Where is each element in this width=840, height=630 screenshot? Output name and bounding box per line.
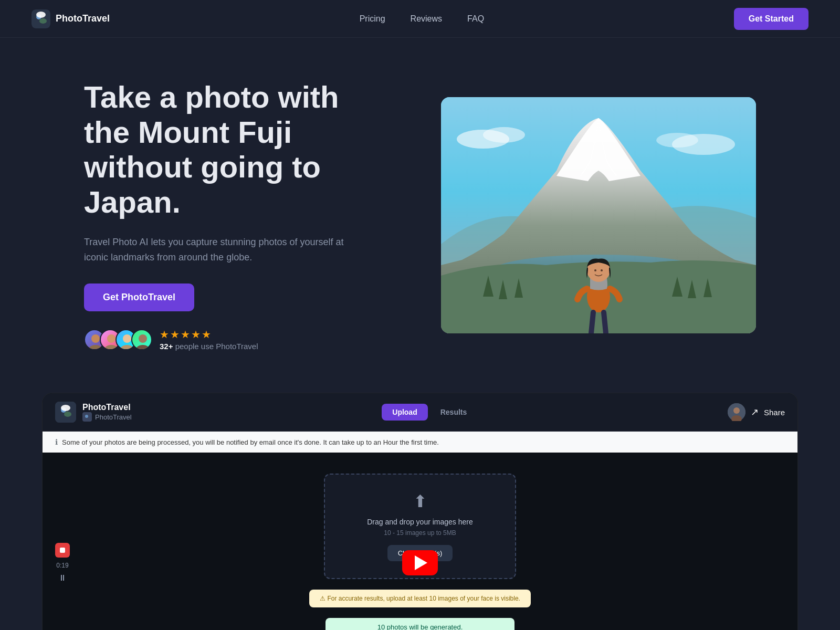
star-rating: ★★★★★ (160, 328, 258, 341)
nav-link-faq[interactable]: FAQ (467, 14, 484, 24)
youtube-play-overlay[interactable] (402, 550, 438, 575)
svg-point-7 (104, 345, 119, 350)
warning-text: ⚠ For accurate results, upload at least … (320, 595, 520, 602)
hero-cta-button[interactable]: Get PhotoTravel (84, 284, 194, 311)
app-preview-title: PhotoTravel (82, 403, 132, 412)
app-preview-section: PhotoTravel PhotoTravel Upload Resul (0, 393, 840, 630)
svg-point-24 (64, 412, 71, 417)
avatar-stack (84, 329, 152, 350)
nav-links: Pricing Reviews FAQ (360, 14, 484, 24)
svg-point-19 (483, 127, 525, 143)
upload-title: Drag and drop your images here (367, 518, 473, 526)
success-box: 10 photos will be generated. (326, 618, 514, 630)
proof-count: 32+ (160, 342, 173, 351)
social-proof: ★★★★★ 32+ people use PhotoTravel (84, 328, 357, 351)
svg-point-9 (120, 345, 134, 350)
navbar: PhotoTravel Pricing Reviews FAQ Get Star… (0, 0, 840, 38)
upload-subtitle: 10 - 15 images up to 5MB (367, 529, 473, 537)
tab-upload[interactable]: Upload (382, 404, 427, 421)
youtube-play-button[interactable] (402, 550, 438, 575)
app-tabs: Upload Results (382, 404, 477, 421)
share-avatar (728, 403, 746, 421)
svg-point-29 (733, 407, 740, 414)
warning-box: ⚠ For accurate results, upload at least … (309, 590, 531, 607)
svg-point-25 (61, 405, 70, 411)
tab-results[interactable]: Results (430, 404, 478, 421)
app-sub-icon (82, 412, 92, 422)
svg-point-8 (123, 334, 131, 343)
success-text: 10 photos will be generated. (377, 623, 463, 630)
app-preview-container: PhotoTravel PhotoTravel Upload Resul (42, 393, 798, 630)
hero-title: Take a photo with the Mount Fuji without… (84, 80, 357, 220)
play-triangle-icon (415, 555, 427, 570)
avatar (131, 329, 152, 350)
hero-right (441, 97, 756, 333)
app-preview-subtitle: PhotoTravel (95, 413, 132, 421)
svg-point-10 (139, 334, 147, 343)
svg-point-27 (85, 415, 88, 418)
svg-point-11 (135, 345, 150, 350)
stars-text: ★★★★★ 32+ people use PhotoTravel (160, 328, 258, 351)
share-label[interactable]: Share (764, 408, 785, 417)
nav-logo-icon (32, 9, 50, 28)
app-share-area: ↗ Share (728, 403, 785, 421)
notification-icon: ℹ (55, 438, 58, 446)
app-logo-icon (55, 402, 76, 423)
nav-link-reviews[interactable]: Reviews (411, 14, 442, 24)
svg-point-16 (594, 269, 596, 271)
app-notification-bar: ℹ Some of your photos are being processe… (43, 432, 797, 453)
timer-display: 0:19 (56, 562, 68, 569)
nav-cta-button[interactable]: Get Started (734, 8, 808, 30)
notification-text: Some of your photos are being processed,… (62, 438, 439, 446)
nav-logo[interactable]: PhotoTravel (32, 9, 110, 28)
hero-subtitle: Travel Photo AI lets you capture stunnin… (84, 235, 357, 265)
svg-point-5 (88, 345, 103, 350)
app-content: 0:19 ⏸ ⬆ Drag and drop your images here … (43, 453, 797, 630)
app-header: PhotoTravel PhotoTravel Upload Resul (43, 393, 797, 432)
brand-name: PhotoTravel (56, 13, 110, 24)
app-logo-area: PhotoTravel PhotoTravel (55, 402, 132, 423)
proof-label: people use PhotoTravel (175, 342, 258, 351)
record-button[interactable] (55, 543, 70, 558)
proof-text: 32+ people use PhotoTravel (160, 342, 258, 351)
svg-point-2 (39, 18, 47, 24)
svg-point-17 (601, 269, 603, 271)
svg-point-21 (656, 133, 698, 148)
share-icon: ↗ (751, 406, 759, 418)
pause-button[interactable]: ⏸ (58, 573, 67, 583)
svg-point-6 (107, 334, 116, 343)
hero-left: Take a photo with the Mount Fuji without… (84, 80, 357, 351)
hero-section: Take a photo with the Mount Fuji without… (0, 38, 840, 393)
svg-point-4 (91, 334, 100, 343)
app-subtitle-row: PhotoTravel (82, 412, 132, 422)
nav-link-pricing[interactable]: Pricing (360, 14, 385, 24)
app-title-group: PhotoTravel PhotoTravel (82, 403, 132, 422)
hero-image (441, 97, 756, 333)
app-sidebar-controls: 0:19 ⏸ (55, 543, 70, 583)
svg-point-3 (36, 12, 46, 18)
upload-icon: ⬆ (367, 491, 473, 511)
